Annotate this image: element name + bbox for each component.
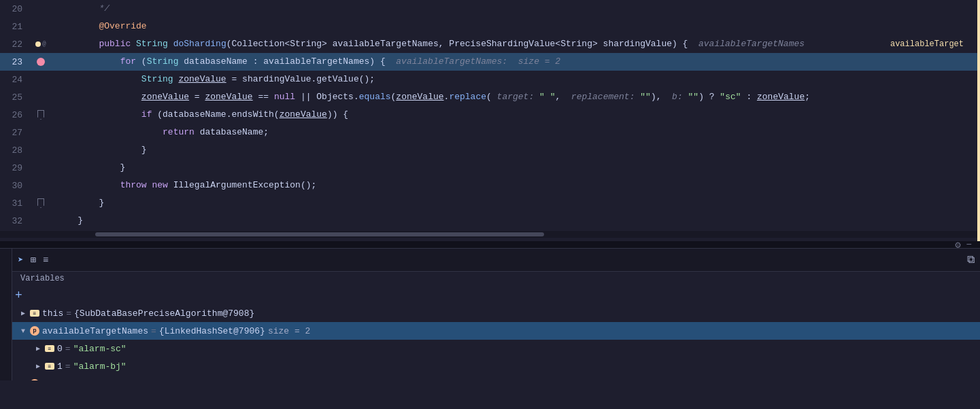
variables-icon[interactable]: ➤ [18,254,23,266]
bookmark-22: @ [42,41,46,48]
var-row-item1[interactable]: ≡ 1 = "alarm-bj" [12,357,980,375]
line-content-24: String zoneValue = shardingValue.getValu… [51,71,980,88]
code-line-27: 27 return databaseName; [0,124,980,141]
line-number-29: 29 [0,163,31,173]
line-content-25: zoneValue = zoneValue == null || Objects… [51,88,980,106]
variables-tree[interactable]: + ≡ this = {SubDataBasePreciseAlgorithm@… [12,287,980,380]
line-number-32: 32 [0,216,31,226]
expand-arrow-available[interactable] [18,325,29,336]
var-icon-1: ≡ [45,363,54,370]
add-button-row: + [12,287,980,304]
debug-panel: ➤ ⊞ ≡ ⧉ Variables + ≡ this = {SubDataBas… [0,248,980,380]
line-number-28: 28 [0,145,31,156]
line-number-27: 27 [0,128,31,138]
restore-icon[interactable]: ⧉ [967,253,975,266]
code-editor: 20 */ 21 @Override 22 @ public [0,0,980,241]
var-name-0: 0 [57,344,63,354]
var-row-shardingValue[interactable]: p shardingValue = {PreciseShardingValue@… [12,375,980,380]
line-content-28: } [51,141,980,159]
var-value-sharding: {PreciseShardingValue@7907} [122,379,265,381]
var-row-this[interactable]: ≡ this = {SubDataBasePreciseAlgorithm@79… [12,304,980,322]
line-number-23: 23 [0,57,31,67]
code-line-21: 21 @Override [0,18,980,35]
var-icon-available: p [30,326,39,336]
code-line-20: 20 */ [0,0,980,18]
var-icon-sharding: p [30,379,39,380]
table-icon[interactable]: ⊞ [30,254,35,266]
scrollbar-thumb[interactable] [95,232,544,236]
var-name-1: 1 [57,361,63,372]
debug-toolbar: ➤ ⊞ ≡ ⧉ [12,249,980,272]
horizontal-scrollbar[interactable] [0,231,980,238]
var-name-this: this [42,308,63,319]
var-size-available: size = 2 [268,326,310,336]
right-hint-22: availableTarget [890,35,964,53]
line-number-20: 20 [0,4,31,14]
bookmark-31 [37,198,44,208]
var-icon-this: ≡ [30,310,39,317]
yellow-scroll-bar [977,0,980,241]
code-line-24: 24 String zoneValue = shardingValue.getV… [0,71,980,88]
var-value-0: "alarm-sc" [73,344,126,354]
line-number-31: 31 [0,198,31,209]
breakpoint-23 [37,58,45,66]
left-sidebar [0,249,12,380]
code-line-26: 26 if (databaseName.endsWith(zoneValue))… [0,106,980,124]
var-icon-0: ≡ [45,345,54,352]
code-line-23: 23 for (String databaseName : availableT… [0,53,980,71]
line-content-30: throw new IllegalArgumentException(); [51,177,980,194]
code-line-30: 30 throw new IllegalArgumentException(); [0,177,980,194]
var-value-available: {LinkedHashSet@7906} [159,326,265,336]
line-number-25: 25 [0,92,31,103]
line-number-26: 26 [0,110,31,120]
line-content-31: } [51,194,980,212]
var-row-availableTargetNames[interactable]: p availableTargetNames = {LinkedHashSet@… [12,322,980,340]
var-row-item0[interactable]: ≡ 0 = "alarm-sc" [12,340,980,357]
variables-header: Variables [12,272,980,287]
line-number-22: 22 [0,39,31,50]
expand-arrow-sharding[interactable] [18,378,29,380]
code-line-28: 28 } [0,141,980,159]
line-content-21: @Override [51,18,980,35]
line-content-32: } [51,212,980,230]
line-content-22: public String doSharding(Collection<Stri… [51,35,980,53]
expand-arrow-this[interactable] [18,308,29,319]
line-content-20: */ [51,0,980,18]
var-name-sharding: shardingValue [42,379,111,381]
line-content-23: for (String databaseName : availableTarg… [51,53,980,71]
var-value-sharding-str: "PreciseShardingValue(logicTableName=veh… [268,379,687,381]
panel-divider: ⚙ − [0,241,980,248]
line-content-26: if (databaseName.endsWith(zoneValue)) { [51,106,980,124]
line-number-24: 24 [0,75,31,85]
code-line-22: 22 @ public String doSharding(Collection… [0,35,980,53]
variables-header-label: Variables [20,274,65,283]
gutter-22: @ [31,41,51,48]
exec-dot [35,41,41,47]
gutter-31 [31,198,51,208]
var-value-this: {SubDataBasePreciseAlgorithm@7908} [74,308,254,319]
code-line-29: 29 } [0,159,980,177]
code-line-25: 25 zoneValue = zoneValue == null || Obje… [0,88,980,106]
var-value-1: "alarm-bj" [73,361,126,372]
expand-arrow-0[interactable] [33,343,44,354]
code-lines: 20 */ 21 @Override 22 @ public [0,0,980,230]
var-name-available: availableTargetNames [42,326,148,336]
code-line-31: 31 } [0,194,980,212]
code-line-32: 32 } [0,212,980,230]
gutter-26 [31,110,51,120]
line-number-30: 30 [0,181,31,191]
expand-arrow-1[interactable] [33,361,44,372]
line-content-27: return databaseName; [51,124,980,141]
line-number-21: 21 [0,22,31,32]
tree-icon[interactable]: ≡ [43,255,48,266]
gutter-23 [31,58,51,66]
add-variable-button[interactable]: + [15,289,22,302]
line-content-29: } [51,159,980,177]
bookmark-26 [37,110,44,120]
